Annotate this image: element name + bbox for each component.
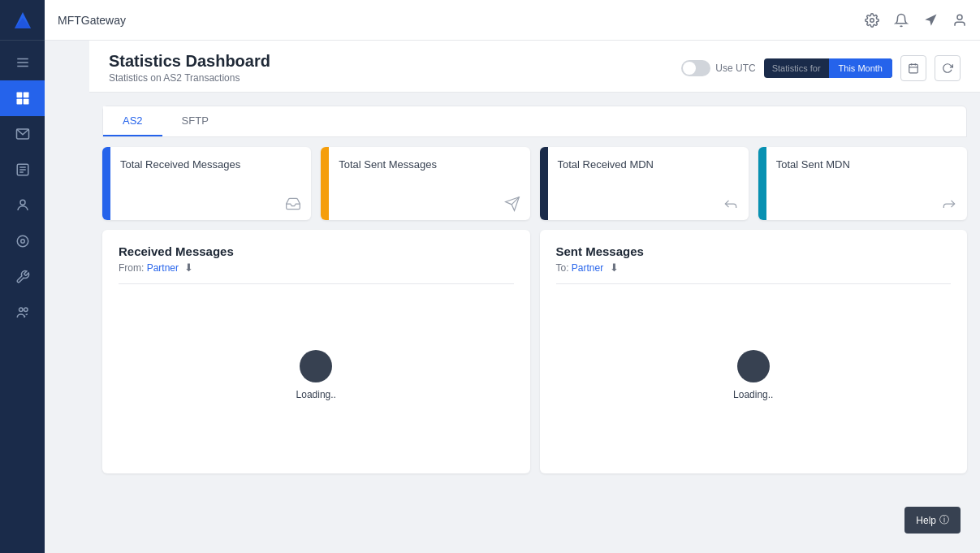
- received-loading-area: Loading..: [119, 294, 514, 456]
- svg-point-17: [19, 308, 23, 312]
- reply-icon: [558, 196, 739, 212]
- stats-for-value[interactable]: This Month: [829, 58, 892, 78]
- stats-row: Total Received Messages Total Sent Messa…: [102, 147, 967, 220]
- stat-card-title-sent: Total Sent Messages: [339, 158, 520, 171]
- sent-to-value[interactable]: Partner: [572, 262, 603, 274]
- sidebar-item-transactions[interactable]: [0, 152, 45, 188]
- received-messages-sub: From: Partner ⬇: [119, 261, 514, 274]
- sidebar-item-hub[interactable]: [0, 223, 45, 259]
- use-utc-toggle-group: Use UTC: [681, 60, 755, 76]
- stat-card-total-received-mdn: Total Received MDN: [540, 147, 749, 220]
- stat-card-title-received-mdn: Total Received MDN: [558, 158, 739, 171]
- location-icon[interactable]: [923, 13, 938, 28]
- sidebar-item-dashboard[interactable]: [0, 80, 45, 116]
- sidebar-nav: [0, 41, 45, 553]
- svg-rect-6: [23, 93, 28, 98]
- user-icon[interactable]: [952, 13, 967, 28]
- charts-row: Received Messages From: Partner ⬇ Loadin…: [102, 230, 967, 473]
- received-from-value[interactable]: Partner: [147, 262, 179, 274]
- stats-for-label: Statistics for: [764, 58, 829, 78]
- sent-loading-area: Loading..: [556, 294, 952, 456]
- refresh-button[interactable]: [935, 55, 961, 81]
- help-icon: ⓘ: [939, 513, 949, 527]
- stat-card-bar-received-mdn: [540, 147, 548, 220]
- topbar: MFTGateway: [45, 0, 980, 41]
- main-content: Statistics Dashboard Statistics on AS2 T…: [89, 41, 980, 553]
- page-title: Statistics Dashboard: [109, 52, 270, 71]
- received-messages-title: Received Messages: [119, 244, 514, 258]
- received-chart-divider: [119, 283, 514, 284]
- topbar-actions: [865, 13, 967, 28]
- received-loading-text: Loading..: [296, 389, 336, 400]
- content-area: AS2 SFTP Total Received Messages: [89, 93, 980, 553]
- help-label: Help: [916, 515, 936, 526]
- svg-rect-8: [23, 99, 28, 105]
- tabs-container: AS2 SFTP: [102, 106, 967, 137]
- sidebar-item-messages[interactable]: [0, 116, 45, 152]
- svg-rect-22: [909, 64, 918, 73]
- svg-marker-1: [15, 18, 31, 28]
- sent-loading-spinner: [737, 350, 770, 382]
- sent-messages-chart: Sent Messages To: Partner ⬇ Loading..: [540, 230, 968, 473]
- page-controls: Use UTC Statistics for This Month: [681, 55, 961, 81]
- tabs: AS2 SFTP: [103, 106, 966, 136]
- received-messages-chart: Received Messages From: Partner ⬇ Loadin…: [102, 230, 530, 473]
- stat-card-content-sent-mdn: Total Sent MDN: [766, 147, 967, 220]
- svg-rect-5: [16, 93, 22, 98]
- app-name: MFTGateway: [58, 14, 126, 27]
- stat-card-content-received-mdn: Total Received MDN: [548, 147, 749, 220]
- received-partner-icon: ⬇: [184, 261, 193, 274]
- sidebar-logo: [0, 0, 45, 41]
- svg-point-16: [20, 240, 24, 244]
- stat-card-total-received: Total Received Messages: [102, 147, 311, 220]
- svg-marker-20: [925, 14, 936, 25]
- svg-point-19: [870, 18, 874, 22]
- stat-card-title-received: Total Received Messages: [120, 158, 301, 171]
- tab-as2[interactable]: AS2: [103, 106, 162, 136]
- calendar-button[interactable]: [900, 55, 926, 81]
- sent-messages-title: Sent Messages: [556, 244, 952, 258]
- use-utc-label: Use UTC: [715, 63, 755, 74]
- svg-point-18: [24, 308, 28, 312]
- stat-card-content-received: Total Received Messages: [110, 147, 311, 220]
- stat-card-title-sent-mdn: Total Sent MDN: [776, 158, 957, 171]
- received-loading-spinner: [300, 350, 332, 382]
- notifications-icon[interactable]: [894, 13, 909, 28]
- sidebar: [0, 0, 45, 553]
- sent-loading-text: Loading..: [733, 389, 773, 400]
- page-subtitle: Statistics on AS2 Transactions: [109, 72, 270, 84]
- stats-for-group: Statistics for This Month: [764, 58, 892, 78]
- forward-icon: [776, 196, 957, 212]
- sent-messages-sub: To: Partner ⬇: [556, 261, 952, 274]
- svg-point-14: [20, 200, 25, 205]
- stat-card-bar-received: [102, 147, 110, 220]
- page-title-section: Statistics Dashboard Statistics on AS2 T…: [109, 52, 270, 84]
- stat-card-total-sent-mdn: Total Sent MDN: [758, 147, 967, 220]
- help-button[interactable]: Help ⓘ: [904, 507, 961, 534]
- send-icon: [339, 196, 520, 212]
- stat-card-bar-sent: [321, 147, 329, 220]
- sent-to-label: To:: [556, 262, 572, 274]
- page-header: Statistics Dashboard Statistics on AS2 T…: [89, 41, 980, 93]
- settings-icon[interactable]: [865, 13, 879, 28]
- svg-point-21: [957, 15, 962, 19]
- use-utc-toggle[interactable]: [681, 60, 710, 76]
- svg-point-15: [17, 235, 28, 247]
- received-from-label: From:: [119, 262, 147, 274]
- svg-rect-7: [16, 99, 22, 105]
- sidebar-item-menu[interactable]: [0, 45, 45, 80]
- sidebar-item-users[interactable]: [0, 188, 45, 223]
- sent-chart-divider: [556, 283, 952, 284]
- stat-card-content-sent: Total Sent Messages: [329, 147, 529, 220]
- sidebar-item-partners[interactable]: [0, 295, 45, 331]
- sidebar-item-tools[interactable]: [0, 259, 45, 295]
- sent-partner-icon: ⬇: [610, 261, 619, 274]
- tab-sftp[interactable]: SFTP: [162, 106, 228, 136]
- topbar-brand: MFTGateway: [58, 14, 126, 27]
- stat-card-bar-sent-mdn: [758, 147, 766, 220]
- stat-card-total-sent: Total Sent Messages: [321, 147, 529, 220]
- inbox-icon: [120, 196, 301, 212]
